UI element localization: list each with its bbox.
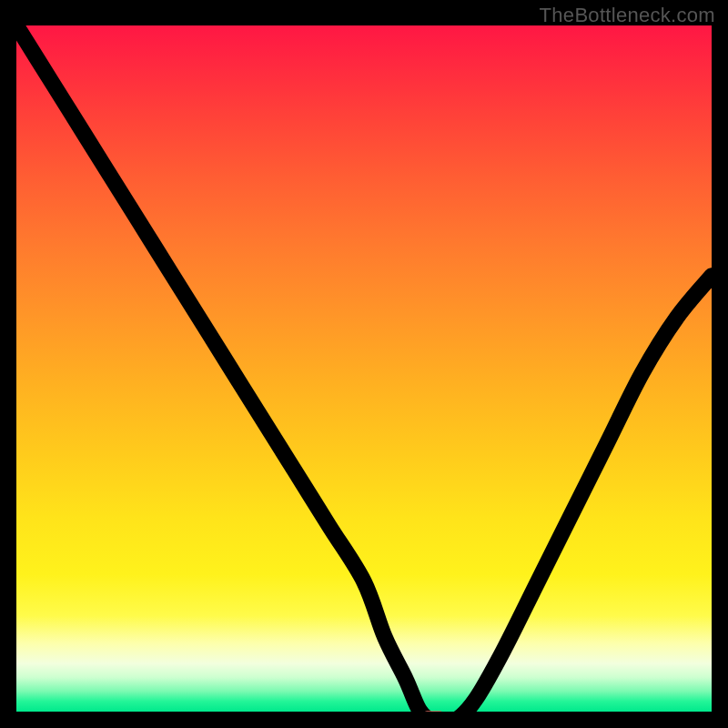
plot-area [16, 25, 712, 712]
chart-svg [16, 25, 712, 712]
chart-frame: TheBottleneck.com [0, 0, 728, 728]
bottleneck-curve [16, 25, 712, 712]
watermark-text: TheBottleneck.com [540, 4, 715, 27]
